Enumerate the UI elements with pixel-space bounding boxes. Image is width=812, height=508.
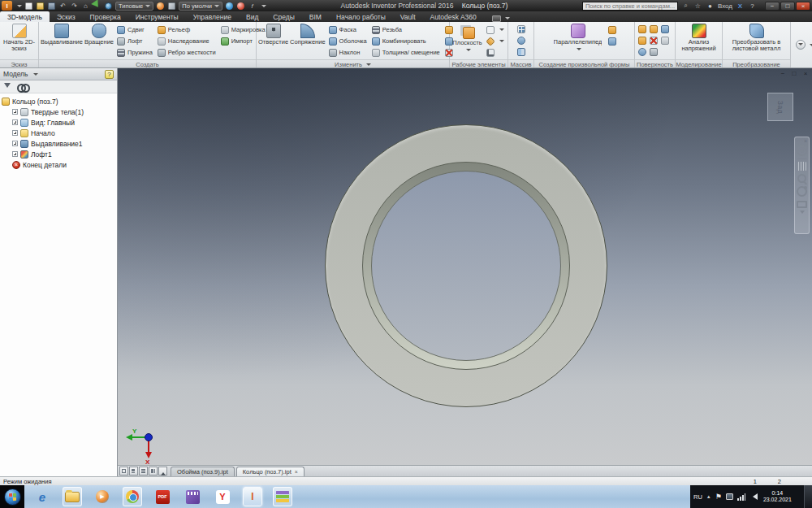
tab-environments[interactable]: Среды: [266, 11, 301, 22]
extrude-button[interactable]: Выдавливание: [41, 23, 83, 59]
open-file-button[interactable]: [36, 2, 45, 11]
taskbar-movie-app[interactable]: [183, 487, 202, 506]
doc-tab-close-icon[interactable]: ×: [295, 469, 298, 475]
freeform-edit-button[interactable]: [607, 24, 618, 35]
emboss-button[interactable]: Рельеф: [156, 24, 218, 35]
stack-windows-button[interactable]: [139, 467, 148, 475]
rib-button[interactable]: Ребро жесткости: [156, 47, 218, 58]
ribbon-overflow-button[interactable]: [796, 25, 812, 64]
speaker-icon[interactable]: [749, 493, 758, 500]
hole-button[interactable]: Отверстие: [258, 23, 288, 59]
redo-button[interactable]: ↷: [70, 2, 79, 11]
thicken-button[interactable]: Толщина/ смещение: [370, 47, 442, 58]
help-button[interactable]: ?: [748, 2, 757, 11]
expand-icon[interactable]: [12, 109, 18, 115]
rectangular-pattern-button[interactable]: [516, 24, 527, 34]
circular-pattern-button[interactable]: [516, 35, 527, 46]
doc-tab-oboyma[interactable]: Обойма (поз.9).ipt: [171, 467, 235, 476]
taskbar-clock[interactable]: 0:14 23.02.2021: [763, 490, 792, 503]
ring-model[interactable]: [325, 124, 607, 407]
navigation-wheel-icon[interactable]: [797, 145, 807, 156]
tree-item-solid-bodies[interactable]: Твердые тела(1): [2, 106, 115, 117]
combine-button[interactable]: Комбинировать: [370, 36, 442, 46]
ring-bore-chamfer[interactable]: [362, 162, 570, 370]
expand-icon[interactable]: [12, 130, 18, 136]
tab-get-started[interactable]: Начало работы: [329, 11, 393, 22]
doc-close-button[interactable]: ×: [801, 70, 810, 77]
sweep-button[interactable]: Сдвиг: [115, 24, 154, 35]
tab-view[interactable]: Вид: [239, 11, 266, 22]
sculpt-surface-button[interactable]: [661, 25, 669, 33]
help-sphere-button[interactable]: [104, 2, 113, 11]
show-desktop-button[interactable]: [804, 485, 812, 508]
doc-minimize-button[interactable]: −: [779, 70, 787, 77]
app-menu-caret-icon[interactable]: [17, 5, 22, 10]
tab-manage[interactable]: Управление: [186, 11, 239, 22]
select-tool-button[interactable]: [93, 2, 102, 11]
taskbar-winrar[interactable]: [273, 487, 292, 506]
tree-item-loft1[interactable]: Лофт1: [2, 149, 115, 159]
appearance-button[interactable]: [156, 2, 165, 11]
restore-button[interactable]: □: [780, 2, 795, 11]
convert-sheetmetal-button[interactable]: Преобразовать в листовой металл: [724, 23, 788, 59]
shell-button[interactable]: Оболочка: [327, 36, 369, 46]
tree-item-view-main[interactable]: Вид: Главный: [2, 117, 115, 128]
clear-appearance-button[interactable]: [236, 2, 245, 11]
exchange-apps-button[interactable]: X: [736, 2, 745, 11]
ucs-button[interactable]: [485, 47, 506, 58]
ruled-surface-button[interactable]: [638, 48, 646, 56]
tab-3d-model[interactable]: 3D-модель: [0, 11, 50, 22]
expand-tabs-button[interactable]: [158, 467, 167, 475]
coil-button[interactable]: Пружина: [115, 47, 154, 58]
language-indicator[interactable]: RU: [693, 493, 702, 501]
tree-item-origin[interactable]: Начало: [2, 128, 115, 138]
trim-surface-button[interactable]: [638, 37, 646, 45]
action-center-flag-icon[interactable]: ⚑: [715, 493, 722, 501]
tree-item-extrusion1[interactable]: Выдавливание1: [2, 138, 115, 149]
expand-icon[interactable]: [12, 151, 18, 157]
stress-analysis-button[interactable]: Анализ напряжений: [677, 23, 720, 59]
network-signal-icon[interactable]: [737, 493, 745, 501]
navbar-caret-icon[interactable]: [800, 211, 805, 216]
search-submit-button[interactable]: ⌕: [681, 2, 690, 11]
mirror-button[interactable]: [516, 46, 527, 57]
signin-label[interactable]: Вход: [718, 2, 732, 10]
look-at-icon[interactable]: [797, 201, 807, 208]
tab-inspect[interactable]: Проверка: [83, 11, 128, 22]
expand-icon[interactable]: [12, 119, 18, 125]
doc-tab-koltso[interactable]: Кольцо (поз.7).ipt ×: [236, 467, 304, 476]
undo-button[interactable]: ↶: [58, 2, 67, 11]
start-2d-sketch-button[interactable]: Начать 2D-эскиз: [2, 23, 37, 59]
material-button[interactable]: [167, 2, 176, 11]
thread-button[interactable]: Резьба: [370, 24, 442, 35]
taskbar-explorer[interactable]: [63, 487, 82, 506]
ribbon-appearance-toggle[interactable]: [492, 15, 510, 22]
signin-user-button[interactable]: ●: [706, 2, 715, 11]
new-file-button[interactable]: [24, 2, 33, 11]
parameters-button[interactable]: f: [248, 2, 257, 11]
tab-sketch[interactable]: Эскиз: [50, 11, 83, 22]
tile-windows-button[interactable]: [129, 467, 138, 475]
navbar-close-icon[interactable]: ×: [804, 139, 807, 143]
work-plane-button[interactable]: Плоскость: [451, 23, 483, 59]
work-axis-button[interactable]: [485, 24, 506, 35]
freeform-convert-button[interactable]: [607, 36, 618, 46]
favorites-button[interactable]: ☆: [693, 2, 702, 11]
taskbar-yandex[interactable]: Y: [213, 487, 232, 506]
home-view-button[interactable]: ⌂: [81, 2, 90, 11]
fillet-button[interactable]: Сопряжение: [290, 23, 326, 59]
taskbar-pdf[interactable]: PDF: [153, 487, 172, 506]
freeform-box-button[interactable]: Параллелепипед: [551, 23, 605, 59]
tab-bim[interactable]: BIM: [302, 11, 329, 22]
orbit-icon[interactable]: [797, 186, 807, 197]
expand-icon[interactable]: [12, 141, 18, 146]
help-search-input[interactable]: [582, 2, 678, 11]
extend-surface-button[interactable]: [650, 37, 658, 45]
viewport[interactable]: − □ × Зад ×: [118, 68, 812, 465]
windows-update-icon[interactable]: [726, 493, 733, 500]
draft-button[interactable]: Наклон: [327, 47, 369, 58]
taskbar-inventor[interactable]: I: [243, 487, 262, 506]
tree-item-part-root[interactable]: Кольцо (поз.7): [2, 96, 115, 106]
cascade-windows-button[interactable]: [119, 467, 128, 475]
tab-tools[interactable]: Инструменты: [128, 11, 186, 22]
